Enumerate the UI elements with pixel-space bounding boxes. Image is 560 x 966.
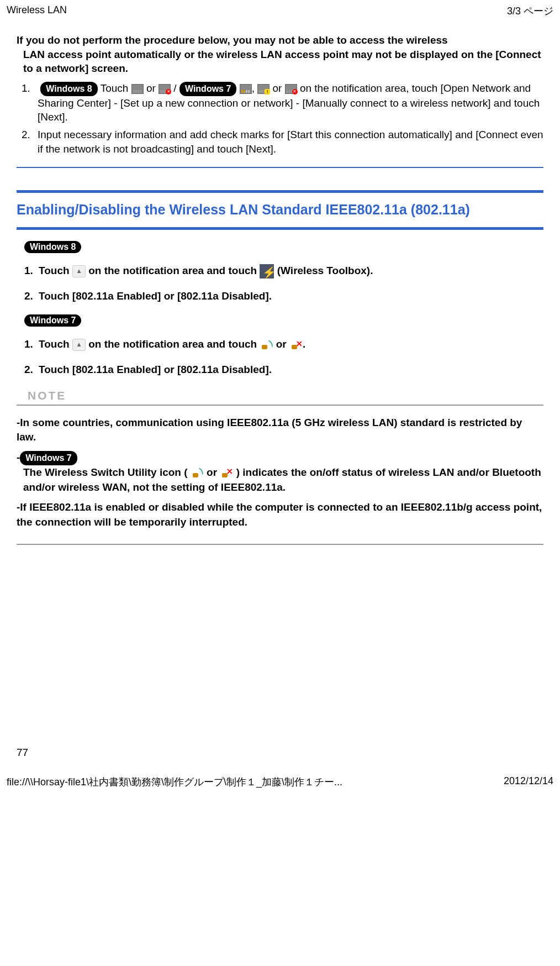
step-number: 2.	[24, 288, 39, 305]
text: .	[303, 338, 305, 350]
footer-path: file://\\Horsay-file1\社内書類\勤務簿\制作グループ\制作…	[7, 775, 342, 789]
win7-step-2: 2.Touch [802.11a Enabled] or [802.11a Di…	[24, 362, 543, 378]
header-page-indicator: 3/3 ページ	[507, 4, 553, 18]
windows7-badge: Windows 7	[24, 314, 81, 327]
win8-step-2: 2.Touch [802.11a Enabled] or [802.11a Di…	[24, 288, 543, 305]
text: Touch	[39, 338, 72, 350]
footer-date: 2012/12/14	[504, 775, 553, 789]
windows8-badge: Windows 8	[40, 82, 97, 96]
win7-subsection: Windows 7	[24, 314, 543, 327]
win7-step-1: 1.Touch ▴ on the notification area and t…	[24, 337, 543, 353]
text: Touch	[39, 265, 72, 276]
text: Touch [802.11a Enabled] or [802.11a Disa…	[39, 364, 272, 375]
text: on the	[297, 82, 329, 94]
text: The Wireless Switch Utility icon (	[23, 466, 191, 478]
intro-paragraph: If you do not perform the procedure belo…	[17, 33, 543, 76]
wireless-toolbox-icon	[260, 264, 274, 279]
wireless-on-icon	[260, 339, 273, 350]
section-divider-bottom	[17, 227, 543, 230]
header-title: Wireless LAN	[7, 4, 67, 18]
signal-bars-x-icon	[159, 84, 171, 94]
intro-line1: If you do not perform the procedure belo…	[17, 34, 448, 46]
tray-arrow-icon: ▴	[72, 265, 86, 277]
step-number: 1.	[24, 337, 39, 353]
wireless-on-icon	[191, 468, 204, 479]
thin-divider	[17, 167, 543, 168]
text: ,	[252, 82, 258, 94]
text: or	[270, 82, 284, 94]
note-divider	[17, 405, 543, 406]
section-title: Enabling/Disabling the Wireless LAN Stan…	[17, 193, 543, 227]
signal-bars-icon	[131, 84, 144, 94]
intro-steps: Windows 8 Touch or / Windows 7 , or on t…	[33, 81, 543, 156]
win8-step-1: 1.Touch ▴ on the notification area and t…	[24, 263, 543, 279]
windows7-badge: Windows 7	[179, 82, 236, 96]
text: or	[144, 82, 159, 94]
windows7-badge: Windows 7	[20, 451, 77, 465]
note1-text: In some countries, communication using I…	[17, 417, 522, 443]
windows8-badge: Windows 8	[24, 241, 81, 253]
intro-line2: LAN access point automatically or the wi…	[23, 48, 543, 76]
text: /	[171, 82, 179, 94]
note-item-1: - In some countries, communication using…	[17, 416, 543, 445]
note-item-2: - Windows 7 The Wireless Switch Utility …	[17, 450, 543, 495]
note3-text: If IEEE802.11a is enabled or disabled wh…	[17, 501, 542, 528]
intro-step-1: Windows 8 Touch or / Windows 7 , or on t…	[33, 81, 543, 124]
tray-arrow-icon: ▴	[72, 339, 86, 351]
page-number: 77	[17, 747, 560, 759]
wireless-off-icon	[220, 468, 233, 479]
signal-bars-warn-icon	[257, 84, 270, 94]
bottom-divider	[17, 544, 543, 545]
signal-bars-x-icon	[285, 84, 297, 94]
step-number: 2.	[24, 362, 39, 378]
text: (Wireless Toolbox).	[274, 265, 373, 276]
text: or	[204, 466, 220, 478]
text: Touch [802.11a Enabled] or [802.11a Disa…	[39, 290, 272, 302]
signal-bars-yellow-icon	[240, 84, 252, 94]
wireless-off-icon	[289, 339, 303, 350]
intro-step-2: Input necessary information and add chec…	[33, 128, 543, 156]
text: Touch	[98, 82, 131, 94]
page-footer: file://\\Horsay-file1\社内書類\勤務簿\制作グループ\制作…	[0, 759, 560, 793]
page-header: Wireless LAN 3/3 ページ	[0, 0, 560, 22]
text: or	[273, 338, 289, 350]
note2-body: The Wireless Switch Utility icon ( or ) …	[23, 465, 543, 495]
note-item-3: - If IEEE802.11a is enabled or disabled …	[17, 500, 543, 529]
win8-subsection: Windows 8	[24, 241, 543, 253]
main-content: If you do not perform the procedure belo…	[0, 22, 560, 570]
step-number: 1.	[24, 263, 39, 279]
text: on the notification area and touch	[86, 338, 260, 350]
text: on the notification area and touch	[86, 265, 260, 276]
note-label: NOTE	[28, 389, 543, 402]
